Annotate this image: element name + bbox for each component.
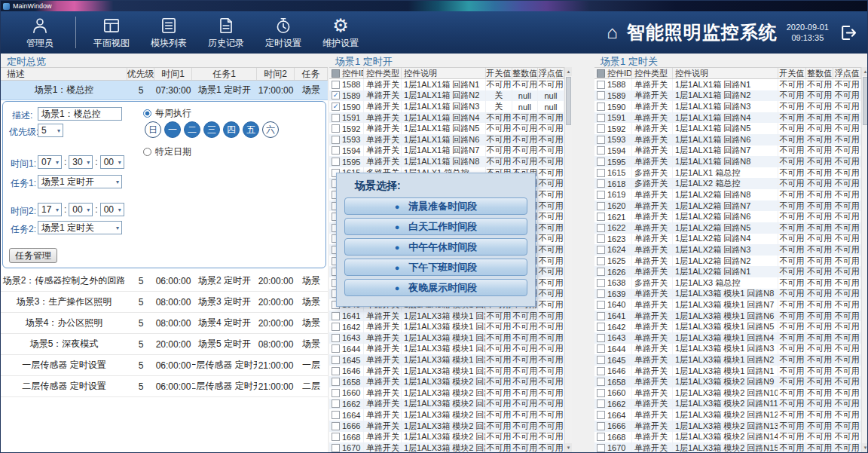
table-row[interactable]: ✓ 1620 单路开关 1层1ALX2箱 回路N7 不可用 不可用 不可用 [594, 200, 861, 212]
weekday-circle[interactable]: 六 [262, 121, 279, 138]
table-row[interactable]: ✓ 1643 单路开关 1层1ALX3箱 模块1 回路N4 不可用 不可用 不可… [329, 332, 564, 344]
table-row[interactable]: ✓ 1589 单路开关 1层1ALX1箱 回路N2 关 null null [329, 90, 564, 102]
table-row[interactable]: ✓ 1664 单路开关 1层1ALX3箱 模块2 回路N12 不可用 不可用 不… [329, 409, 564, 421]
table-row[interactable]: ✓ 1595 单路开关 1层1ALX1箱 回路N8 不可用 不可用 不可用 [329, 156, 564, 167]
table-row[interactable]: ✓ 1660 单路开关 1层1ALX3箱 模块2 回路N10 不可用 不可用 不… [329, 387, 564, 399]
table-row[interactable]: ✓ 1625 单路开关 1层1ALX2箱 回路N2 不可用 不可用 不可用 [594, 256, 861, 267]
table-row[interactable]: ✓ 1664 单路开关 1层1ALX3箱 模块2 回路N12 不可用 不可用 不… [594, 409, 861, 421]
row-checkbox[interactable]: ✓ [332, 422, 340, 430]
table-row[interactable]: ✓ 1592 单路开关 1层1ALX1箱 回路N5 不可用 不可用 不可用 [329, 123, 564, 134]
row-checkbox[interactable]: ✓ [597, 301, 605, 309]
table-row[interactable]: ✓ 1642 单路开关 1层1ALX3箱 模块1 回路N5 不可用 不可用 不可… [329, 321, 564, 332]
select-all-checkbox[interactable] [332, 69, 340, 78]
row-checkbox[interactable]: ✓ [597, 146, 605, 155]
table-row[interactable]: ✓ 1593 单路开关 1层1ALX1箱 回路N6 不可用 不可用 不可用 [329, 134, 564, 145]
time1-second-dropdown[interactable]: 00▾ [100, 155, 124, 169]
table-row[interactable]: ✓ 1660 单路开关 1层1ALX3箱 模块2 回路N10 不可用 不可用 不… [594, 387, 861, 399]
table-row[interactable]: ✓ 1666 单路开关 1层1ALX3箱 模块2 回路N13 不可用 不可用 不… [329, 421, 564, 432]
scene-period-button[interactable]: ● 白天工作时间段 [344, 218, 527, 235]
row-checkbox[interactable]: ✓ [332, 146, 340, 155]
table-row[interactable]: ✓ 1588 单路开关 1层1ALX1箱 回路N1 不可用 不可用 不可用 [594, 79, 861, 90]
table-row[interactable]: 场景3：生产操作区照明 5 08:00:00 场景3 定时开 20:00:00 … [1, 292, 328, 313]
scroll-down-icon[interactable]: ▼ [565, 443, 572, 452]
table-row[interactable]: ✓ 1642 单路开关 1层1ALX3箱 模块1 回路N5 不可用 不可用 不可… [594, 321, 861, 332]
row-checkbox[interactable]: ✓ [597, 334, 605, 342]
toolbar-maintenance-button[interactable]: ⚙ 维护设置 [312, 14, 369, 51]
table-row[interactable]: ✓ 1622 单路开关 1层1ALX2箱 回路N5 不可用 不可用 不可用 [594, 222, 861, 234]
row-checkbox[interactable]: ✓ [597, 246, 605, 254]
weekday-circle[interactable]: 四 [223, 121, 240, 138]
table-row[interactable]: ✓ 1643 单路开关 1层1ALX3箱 模块1 回路N4 不可用 不可用 不可… [594, 332, 861, 344]
toolbar-module-list-button[interactable]: 模块列表 [140, 14, 197, 51]
table-row[interactable]: ✓ 1638 多路开关 1层1ALX3 箱总控 不可用 不可用 不可用 [594, 277, 861, 289]
table-row[interactable]: ✓ 1618 多路开关 1层1ALX2 箱总控 不可用 不可用 不可用 [594, 178, 861, 189]
table-row[interactable]: ✓ 1662 单路开关 1层1ALX3箱 模块2 回路N11 不可用 不可用 不… [594, 399, 861, 410]
table-row[interactable]: ✓ 1588 单路开关 1层1ALX1箱 回路N1 不可用 不可用 不可用 [329, 79, 564, 90]
row-checkbox[interactable]: ✓ [332, 399, 340, 408]
table-row[interactable]: ✓ 1621 单路开关 1层1ALX2箱 回路N6 不可用 不可用 不可用 [594, 211, 861, 222]
row-checkbox[interactable]: ✓ [597, 234, 605, 243]
row-checkbox[interactable]: ✓ [597, 378, 605, 386]
row-checkbox[interactable]: ✓ [597, 202, 605, 210]
table-row[interactable]: ✓ 1670 单路开关 1层1ALX3箱 模块2 回路N15 不可用 不可用 不… [594, 442, 861, 452]
row-checkbox[interactable]: ✓ [597, 81, 605, 89]
weekday-circle[interactable]: 二 [184, 121, 200, 138]
row-checkbox[interactable]: ✓ [597, 367, 605, 375]
row-checkbox[interactable]: ✓ [597, 344, 605, 353]
row-checkbox[interactable]: ✓ [332, 91, 340, 99]
table-row[interactable]: ✓ 1591 单路开关 1层1ALX1箱 回路N4 不可用 不可用 不可用 [594, 112, 861, 124]
row-checkbox[interactable]: ✓ [332, 344, 340, 353]
table-row[interactable]: ✓ 1619 单路开关 1层1ALX2箱 回路N8 不可用 不可用 不可用 [594, 189, 861, 200]
row-checkbox[interactable]: ✓ [597, 279, 605, 287]
table-row[interactable]: ✓ 1595 单路开关 1层1ALX1箱 回路N8 不可用 不可用 不可用 [594, 156, 861, 167]
scene-period-button[interactable]: ● 清晨准备时间段 [344, 197, 527, 215]
specific-date-radio[interactable]: 特定日期 [143, 145, 191, 158]
table-row[interactable]: ✓ 1623 单路开关 1层1ALX2箱 回路N4 不可用 不可用 不可用 [594, 234, 861, 245]
table-row[interactable]: ✓ 1589 单路开关 1层1ALX1箱 回路N2 不可用 不可用 不可用 [594, 90, 861, 102]
table-row[interactable]: ✓ 1641 单路开关 1层1ALX3箱 模块1 回路N6 不可用 不可用 不可… [594, 311, 861, 322]
scene-period-button[interactable]: ● 中午午休时间段 [344, 238, 527, 256]
row-checkbox[interactable]: ✓ [597, 158, 605, 166]
table-row[interactable]: 一层传感器 定时设置 5 06:00:00 一层传感器 定时开 21:00:00… [1, 355, 328, 376]
table-row[interactable]: ✓ 1658 单路开关 1层1ALX3箱 模块2 回路N9 不可用 不可用 不可… [594, 376, 861, 387]
scrollbar[interactable]: ▲ ▼ [564, 67, 572, 452]
table-row[interactable]: ✓ 1590 单路开关 1层1ALX1箱 回路N3 关 null null [329, 101, 564, 112]
scrollbar-thumb[interactable] [863, 77, 868, 125]
row-checkbox[interactable]: ✓ [597, 422, 605, 430]
row-checkbox[interactable]: ✓ [597, 103, 605, 111]
time2-second-dropdown[interactable]: 00▾ [100, 203, 124, 216]
table-row[interactable]: ✓ 1645 单路开关 1层1ALX3箱 模块1 回路N2 不可用 不可用 不可… [329, 354, 564, 366]
row-checkbox[interactable]: ✓ [332, 323, 340, 331]
table-row[interactable]: 二层传感器 定时设置 5 06:00:00 二层传感器 定时开 21:00:00… [1, 376, 328, 397]
row-checkbox[interactable]: ✓ [597, 389, 605, 397]
table-row[interactable]: ✓ 1594 单路开关 1层1ALX1箱 回路N7 不可用 不可用 不可用 [329, 145, 564, 157]
table-row[interactable]: ✓ 1593 单路开关 1层1ALX1箱 回路N6 不可用 不可用 不可用 [594, 134, 861, 145]
row-checkbox[interactable]: ✓ [597, 124, 605, 133]
row-checkbox[interactable]: ✓ [332, 367, 340, 375]
task2-dropdown[interactable]: 场景1 定时关 ▾ [38, 221, 122, 234]
row-checkbox[interactable]: ✓ [597, 356, 605, 364]
table-row[interactable]: 场景4：办公区照明 5 08:00:00 场景4 定时开 20:00:00 场景 [1, 313, 328, 334]
row-checkbox[interactable]: ✓ [597, 411, 605, 419]
row-checkbox[interactable]: ✓ [597, 179, 605, 188]
table-row[interactable]: ✓ 1615 多路开关 1层1ALX1 箱总控 不可用 不可用 不可用 [594, 167, 861, 179]
scroll-up-icon[interactable]: ▲ [565, 67, 572, 76]
scrollbar[interactable]: ▲ ▼ [861, 67, 868, 452]
row-checkbox[interactable]: ✓ [597, 224, 605, 232]
row-checkbox[interactable]: ✓ [332, 312, 340, 320]
row-checkbox[interactable]: ✓ [597, 257, 605, 265]
desc-input[interactable]: 场景1：楼总控 [38, 107, 122, 121]
time2-hour-dropdown[interactable]: 17▾ [38, 203, 62, 216]
table-row[interactable]: ✓ 1646 单路开关 1层1ALX3箱 模块1 回路N1 不可用 不可用 不可… [329, 366, 564, 377]
table-row[interactable]: ✓ 1626 单路开关 1层1ALX2箱 回路N1 不可用 不可用 不可用 [594, 266, 861, 277]
row-checkbox[interactable]: ✓ [332, 378, 340, 386]
row-checkbox[interactable]: ✓ [332, 136, 340, 144]
select-all-checkbox[interactable] [597, 69, 605, 78]
table-row[interactable]: ✓ 1591 单路开关 1层1ALX1箱 回路N4 不可用 不可用 不可用 [329, 112, 564, 124]
weekday-circle[interactable]: 日 [145, 121, 161, 138]
table-row[interactable]: ✓ 1644 单路开关 1层1ALX3箱 模块1 回路N3 不可用 不可用 不可… [594, 344, 861, 355]
table-row[interactable]: ✓ 1668 单路开关 1层1ALX3箱 模块2 回路N14 不可用 不可用 不… [594, 432, 861, 443]
row-checkbox[interactable]: ✓ [332, 433, 340, 441]
exit-button[interactable] [838, 23, 858, 43]
table-row[interactable]: ✓ 1592 单路开关 1层1ALX1箱 回路N5 不可用 不可用 不可用 [594, 123, 861, 134]
